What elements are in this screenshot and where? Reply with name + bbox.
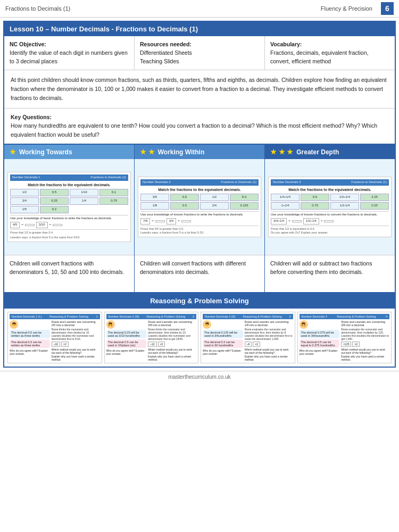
reasoning-previews: Number Decimals 1 (L)Reasoning & Problem… bbox=[4, 309, 395, 367]
header-title: Fractions to Decimals (1) bbox=[5, 5, 70, 12]
key-questions-box: Key Questions: How many hundredths are e… bbox=[4, 109, 395, 145]
within-stars: ★ ★ bbox=[140, 148, 155, 156]
resources-text: Differentiated SheetsTeaching Slides bbox=[140, 49, 259, 66]
reasoning-section: Reasoning & Problem Solving Number Decim… bbox=[4, 292, 395, 367]
within-worksheet: Number Decimals 2Fractions to Decimals (… bbox=[135, 159, 264, 255]
info-row: NC Objective: Identify the value of each… bbox=[4, 36, 395, 70]
deeper-label: Greater Depth bbox=[296, 148, 339, 156]
deeper-header: ★ ★ ★ Greater Depth bbox=[265, 145, 395, 159]
header-right: Fluency & Precision 6 bbox=[321, 2, 394, 15]
description-text: At this point children should know commo… bbox=[11, 77, 387, 101]
key-questions-label: Key Questions: bbox=[11, 114, 52, 120]
main-content: Lesson 10 – Number Decimals - Fractions … bbox=[3, 21, 396, 368]
nc-objective-text: Identify the value of each digit in numb… bbox=[10, 49, 129, 66]
nc-objective-label: NC Objective: bbox=[10, 40, 129, 49]
within-label: Working Within bbox=[158, 148, 205, 156]
description-box: At this point children should know commo… bbox=[4, 70, 395, 108]
lesson-title: Lesson 10 – Number Decimals - Fractions … bbox=[4, 22, 395, 36]
level-deeper: ★ ★ ★ Greater Depth Number Decimals 3Fra… bbox=[265, 145, 395, 292]
towards-description: Children will convert fractions with den… bbox=[4, 255, 134, 292]
header-fluency: Fluency & Precision bbox=[321, 5, 372, 12]
resources-cell: Resources needed: Differentiated SheetsT… bbox=[135, 36, 265, 70]
page-header: Fractions to Decimals (1) Fluency & Prec… bbox=[0, 0, 399, 18]
within-preview: Number Decimals 2Fractions to Decimals (… bbox=[138, 177, 261, 237]
deeper-description: Children will add or subtract two fracti… bbox=[265, 255, 395, 292]
towards-label: Working Towards bbox=[19, 148, 72, 156]
key-questions-text: How many hundredths are equivalent to on… bbox=[11, 122, 377, 138]
within-header: ★ ★ Working Within bbox=[135, 145, 264, 159]
footer-url: masterthecurriculum.co.uk bbox=[168, 374, 230, 380]
vocabulary-cell: Vocabulary: Fractions, decimals, equival… bbox=[265, 36, 395, 70]
reasoning-header: Reasoning & Problem Solving bbox=[4, 293, 395, 309]
towards-worksheet: Number Decimals 1Fractions to Decimals (… bbox=[4, 159, 134, 255]
level-towards: ★ Working Towards Number Decimals 1Fract… bbox=[4, 145, 135, 292]
reasoning-preview-1: Number Decimals 1 (L)Reasoning & Problem… bbox=[7, 312, 102, 363]
reasoning-preview-2: Number Decimals 2 (M)Reasoning & Problem… bbox=[104, 312, 199, 363]
deeper-preview: Number Decimals 3Fractions to Decimals (… bbox=[268, 177, 392, 237]
deeper-stars: ★ ★ ★ bbox=[270, 148, 293, 156]
vocabulary-label: Vocabulary: bbox=[270, 40, 389, 49]
towards-star: ★ bbox=[10, 148, 16, 156]
footer: masterthecurriculum.co.uk bbox=[0, 371, 399, 383]
resources-label: Resources needed: bbox=[140, 40, 259, 49]
towards-preview: Number Decimals 1Fractions to Decimals (… bbox=[7, 172, 131, 242]
nc-objective-cell: NC Objective: Identify the value of each… bbox=[4, 36, 135, 70]
reasoning-preview-4: Number Decimals 4Reasoning & Problem Sol… bbox=[297, 312, 392, 363]
vocabulary-text: Fractions, decimals, equivalent fraction… bbox=[270, 49, 389, 66]
levels-section: ★ Working Towards Number Decimals 1Fract… bbox=[4, 145, 395, 292]
page-number: 6 bbox=[381, 2, 394, 15]
deeper-worksheet: Number Decimals 3Fractions to Decimals (… bbox=[265, 159, 395, 255]
level-within: ★ ★ Working Within Number Decimals 2Frac… bbox=[135, 145, 265, 292]
towards-header: ★ Working Towards bbox=[4, 145, 134, 159]
reasoning-preview-3: Number Decimals 3 (D)Reasoning & Problem… bbox=[201, 312, 295, 363]
within-description: Children will convert fractions with dif… bbox=[135, 255, 264, 292]
